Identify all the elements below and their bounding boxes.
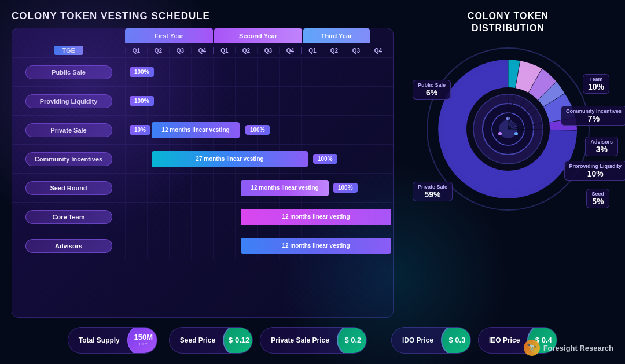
dist-label-pl-name: Proroviding Liquidity: [569, 163, 622, 169]
table-row: Providing Liquidity 100%: [12, 86, 393, 115]
col-header-row: TGE Q1 Q2 Q3 Q4 Q1 Q2 Q3: [12, 43, 393, 57]
q-col: Q3: [257, 47, 279, 54]
vesting-table: First Year Second Year Third Year T: [12, 28, 394, 318]
bar-private-vesting: 12 months linear vesting: [152, 122, 240, 138]
dist-label-ci-pct: 7%: [566, 114, 622, 123]
q-col: Q2: [235, 47, 257, 54]
label-public-sale: Public Sale 6%: [413, 80, 451, 100]
q-col: Q2: [323, 47, 345, 54]
data-rows: Public Sale 100%: [12, 57, 393, 317]
row-cells-community: 27 months linear vesting 100%: [125, 145, 393, 173]
bar-advisors-vesting: 12 months linear vesting: [241, 238, 391, 254]
year-header-row: First Year Second Year Third Year: [125, 28, 393, 43]
table-row: Private Sale 10% 12 months linear vestin…: [12, 115, 393, 144]
vesting-title: COLONY TOKEN VESTING SCHEDULE: [12, 10, 394, 22]
dist-label-public-pct: 6%: [418, 88, 446, 97]
metric-seed-price: Seed Price $ 0.12: [169, 327, 253, 354]
row-label-core-team: Core Team: [12, 210, 125, 224]
row-label-community: Community Incentives: [12, 152, 125, 166]
metric-value-private-price: $ 0.2: [337, 327, 367, 354]
pct-private-tge: 10%: [130, 125, 150, 135]
bar-community-vesting: 27 months linear vesting: [152, 151, 308, 167]
bar-seed-vesting: 12 months linear vesting: [241, 180, 329, 196]
table-row: Core Team 12 months linear vesting: [12, 202, 393, 231]
main-container: COLONY TOKEN VESTING SCHEDULE First Year…: [0, 0, 625, 364]
dist-label-adv-pct: 3%: [590, 145, 613, 154]
pct-public-sale: 100%: [130, 67, 154, 77]
label-community-incentives: Community Incentives 7%: [561, 106, 625, 126]
q-col: Q1: [213, 47, 235, 54]
year-second: Second Year: [214, 28, 302, 43]
q-col: Q1: [125, 47, 147, 54]
dist-label-team-name: Team: [588, 76, 604, 82]
row-label-public-sale: Public Sale: [12, 65, 125, 79]
row-cells-seed: 12 months linear vesting 100%: [125, 174, 393, 202]
pct-community-end: 100%: [313, 154, 337, 164]
metric-ido-price: IDO Price $ 0.3: [391, 327, 471, 354]
label-advisors-dist: Advisors 3%: [585, 137, 618, 156]
year-first: First Year: [125, 28, 213, 43]
row-label-seed: Seed Round: [12, 181, 125, 195]
metric-value-ido: $ 0.3: [441, 327, 471, 354]
metric-value-seed-price: $ 0.12: [223, 327, 253, 354]
table-row: Seed Round 12 months linear vesting 100%: [12, 173, 393, 202]
dist-label-ci-name: Community Incentives: [566, 108, 622, 114]
donut-chart: Public Sale 6% Team 10% Community Incent…: [418, 39, 598, 219]
metric-private-price: Private Sale Price $ 0.2: [260, 327, 367, 354]
label-btn-core-team: Core Team: [25, 210, 112, 224]
q-col: Q4: [191, 47, 213, 54]
q-col: Q4: [279, 47, 301, 54]
dist-label-ps-name: Private Sale: [418, 184, 447, 190]
metric-label-ido: IDO Price: [392, 336, 444, 344]
pct-private-end: 100%: [245, 125, 270, 135]
row-label-advisors: Advisors: [12, 239, 125, 253]
pct-liquidity: 100%: [130, 96, 154, 106]
dist-title: COLONY TOKEN DISTRIBUTION: [468, 10, 549, 35]
metric-label-private-price: Private Sale Price: [260, 336, 340, 344]
metric-label-seed-price: Seed Price: [170, 336, 226, 344]
table-header: First Year Second Year Third Year T: [12, 28, 393, 57]
row-cells-advisors: 12 months linear vesting: [125, 231, 393, 260]
top-section: COLONY TOKEN VESTING SCHEDULE First Year…: [12, 10, 613, 318]
watermark-text: Foresight Research: [543, 344, 613, 352]
label-btn-community: Community Incentives: [25, 152, 112, 166]
label-btn-advisors: Advisors: [25, 239, 112, 253]
metric-label-ieo: IEO Price: [479, 336, 530, 344]
year-third: Third Year: [303, 28, 370, 43]
pct-seed-end: 100%: [333, 183, 358, 193]
label-team: Team 10%: [583, 74, 609, 94]
watermark-logo: 🔭: [524, 340, 540, 356]
label-private-dist: Private Sale 59%: [413, 182, 453, 201]
metric-value-total-supply: 150M CLY: [127, 327, 157, 354]
table-row: Public Sale 100%: [12, 57, 393, 86]
svg-point-9: [498, 132, 502, 135]
table-row: Advisors 12 months linear vesting: [12, 231, 393, 260]
dist-label-ps-pct: 59%: [418, 190, 447, 199]
q-col: Q3: [169, 47, 191, 54]
metric-label-total-supply: Total Supply: [68, 336, 130, 344]
dist-label-adv-name: Advisors: [590, 139, 613, 145]
label-seed-dist: Seed 5%: [586, 189, 609, 208]
tge-badge: TGE: [54, 46, 83, 55]
watermark: 🔭 Foresight Research: [524, 340, 613, 356]
label-btn-liquidity: Providing Liquidity: [25, 94, 112, 108]
label-btn-public-sale: Public Sale: [25, 65, 112, 79]
vesting-section: COLONY TOKEN VESTING SCHEDULE First Year…: [12, 10, 394, 318]
vesting-table-inner: First Year Second Year Third Year T: [12, 28, 393, 317]
svg-point-8: [514, 132, 518, 135]
dist-label-team-pct: 10%: [588, 82, 604, 91]
label-prov-liq: Proroviding Liquidity 10%: [564, 161, 626, 181]
distribution-section: COLONY TOKEN DISTRIBUTION: [403, 10, 613, 318]
row-label-liquidity: Providing Liquidity: [12, 94, 125, 108]
row-cells-core-team: 12 months linear vesting: [125, 203, 393, 231]
label-btn-private: Private Sale: [25, 123, 112, 137]
metric-total-supply: Total Supply 150M CLY: [68, 327, 157, 354]
q-col: Q2: [147, 47, 169, 54]
bar-core-vesting: 12 months linear vesting: [241, 209, 391, 225]
q-col: Q4: [367, 47, 389, 54]
row-label-private: Private Sale: [12, 123, 125, 137]
dist-label-seed-name: Seed: [591, 191, 604, 197]
dist-label-seed-pct: 5%: [591, 197, 604, 206]
tge-header: TGE: [12, 46, 125, 55]
q-col: Q3: [345, 47, 367, 54]
